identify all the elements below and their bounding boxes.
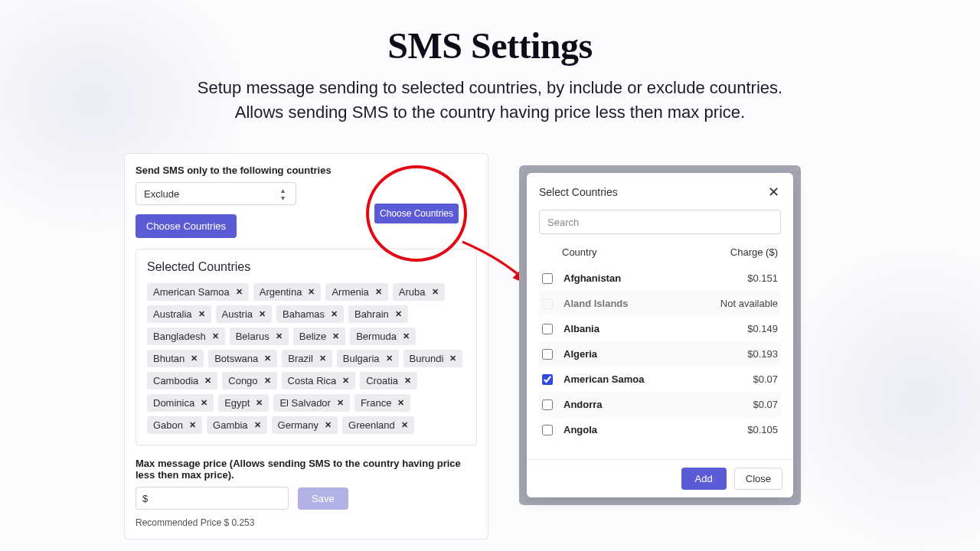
page-title: SMS Settings bbox=[0, 24, 980, 67]
remove-chip-icon[interactable]: ✕ bbox=[191, 354, 198, 364]
save-button[interactable]: Save bbox=[298, 487, 348, 510]
remove-chip-icon[interactable]: ✕ bbox=[386, 354, 393, 364]
country-row: Aland IslandsNot available bbox=[539, 291, 781, 316]
country-chip[interactable]: Bhutan✕ bbox=[147, 350, 204, 367]
country-chip[interactable]: Costa Rica✕ bbox=[282, 372, 356, 390]
country-checkbox[interactable] bbox=[542, 399, 553, 410]
country-charge: $0.193 bbox=[709, 348, 778, 360]
remove-chip-icon[interactable]: ✕ bbox=[264, 376, 271, 386]
remove-chip-icon[interactable]: ✕ bbox=[432, 287, 439, 297]
country-chip[interactable]: Australia✕ bbox=[147, 305, 211, 323]
remove-chip-icon[interactable]: ✕ bbox=[337, 398, 344, 408]
remove-chip-icon[interactable]: ✕ bbox=[201, 398, 207, 408]
chip-label: France bbox=[361, 397, 391, 409]
remove-chip-icon[interactable]: ✕ bbox=[449, 354, 456, 364]
remove-chip-icon[interactable]: ✕ bbox=[276, 331, 283, 341]
country-checkbox[interactable] bbox=[542, 425, 553, 435]
country-chip[interactable]: Gambia✕ bbox=[207, 416, 267, 434]
country-charge: $0.105 bbox=[709, 424, 778, 435]
country-row: Andorra$0.07 bbox=[539, 392, 781, 417]
remove-chip-icon[interactable]: ✕ bbox=[401, 420, 408, 430]
country-checkbox bbox=[542, 298, 553, 309]
country-chip[interactable]: Egypt✕ bbox=[218, 394, 269, 412]
chip-label: Aruba bbox=[399, 286, 426, 298]
country-chip[interactable]: Congo✕ bbox=[222, 372, 276, 390]
country-checkbox[interactable] bbox=[542, 324, 553, 334]
remove-chip-icon[interactable]: ✕ bbox=[212, 331, 219, 341]
modal-title: Select Countries bbox=[539, 186, 618, 198]
choose-countries-highlight-button[interactable]: Choose Countries bbox=[374, 204, 459, 223]
country-checkbox[interactable] bbox=[542, 349, 553, 360]
remove-chip-icon[interactable]: ✕ bbox=[375, 287, 382, 297]
remove-chip-icon[interactable]: ✕ bbox=[395, 309, 402, 319]
country-chip[interactable]: Brazil✕ bbox=[282, 350, 332, 367]
max-price-input[interactable] bbox=[136, 487, 289, 510]
country-chip[interactable]: Bulgaria✕ bbox=[337, 350, 399, 367]
select-countries-modal: Select Countries ✕ Country Charge ($) Af… bbox=[527, 173, 793, 497]
close-button[interactable]: Close bbox=[734, 468, 782, 490]
country-chip[interactable]: Bahrain✕ bbox=[348, 305, 408, 323]
country-chip[interactable]: France✕ bbox=[354, 394, 410, 412]
remove-chip-icon[interactable]: ✕ bbox=[254, 420, 261, 430]
country-chip[interactable]: Cambodia✕ bbox=[147, 372, 217, 390]
country-chip[interactable]: Bahamas✕ bbox=[276, 305, 344, 323]
country-chip[interactable]: El Salvador✕ bbox=[273, 394, 349, 412]
remove-chip-icon[interactable]: ✕ bbox=[404, 376, 411, 386]
country-checkbox[interactable] bbox=[542, 374, 553, 385]
country-name: Algeria bbox=[564, 348, 709, 360]
country-chip[interactable]: Germany✕ bbox=[272, 416, 338, 434]
chip-label: Gabon bbox=[153, 419, 183, 431]
remove-chip-icon[interactable]: ✕ bbox=[259, 309, 266, 319]
page-subtitle: Setup message sending to selected countr… bbox=[176, 76, 804, 125]
country-chip[interactable]: Belarus✕ bbox=[230, 328, 289, 345]
remove-chip-icon[interactable]: ✕ bbox=[204, 376, 211, 386]
remove-chip-icon[interactable]: ✕ bbox=[236, 287, 243, 297]
country-name: Andorra bbox=[564, 399, 709, 410]
remove-chip-icon[interactable]: ✕ bbox=[256, 398, 263, 408]
country-chip[interactable]: Botswana✕ bbox=[208, 350, 277, 367]
country-checkbox[interactable] bbox=[542, 273, 553, 284]
country-name: Angola bbox=[564, 424, 709, 435]
country-chip[interactable]: American Samoa✕ bbox=[147, 283, 249, 301]
country-chip[interactable]: Croatia✕ bbox=[360, 372, 417, 390]
modal-scroll-area[interactable]: Country Charge ($) Afghanistan$0.151Alan… bbox=[539, 210, 781, 450]
chip-label: Bhutan bbox=[153, 353, 185, 364]
country-row: Afghanistan$0.151 bbox=[539, 266, 781, 291]
country-chip[interactable]: Gabon✕ bbox=[147, 416, 202, 434]
country-chip[interactable]: Aruba✕ bbox=[393, 283, 445, 301]
country-chip[interactable]: Argentina✕ bbox=[253, 283, 322, 301]
remove-chip-icon[interactable]: ✕ bbox=[403, 331, 410, 341]
remove-chip-icon[interactable]: ✕ bbox=[325, 420, 332, 430]
chip-label: Burundi bbox=[410, 353, 444, 364]
remove-chip-icon[interactable]: ✕ bbox=[319, 354, 326, 364]
remove-chip-icon[interactable]: ✕ bbox=[397, 398, 404, 408]
remove-chip-icon[interactable]: ✕ bbox=[342, 376, 349, 386]
remove-chip-icon[interactable]: ✕ bbox=[308, 287, 315, 297]
remove-chip-icon[interactable]: ✕ bbox=[264, 354, 271, 364]
close-icon[interactable]: ✕ bbox=[766, 184, 781, 201]
country-chip[interactable]: Burundi✕ bbox=[403, 350, 463, 367]
country-chip[interactable]: Belize✕ bbox=[293, 328, 345, 345]
country-row: Angola$0.105 bbox=[539, 417, 781, 442]
remove-chip-icon[interactable]: ✕ bbox=[332, 331, 339, 341]
remove-chip-icon[interactable]: ✕ bbox=[189, 420, 196, 430]
remove-chip-icon[interactable]: ✕ bbox=[331, 309, 338, 319]
remove-chip-icon[interactable]: ✕ bbox=[198, 309, 205, 319]
country-chip[interactable]: Bangladesh✕ bbox=[147, 328, 225, 345]
chip-label: Botswana bbox=[214, 353, 258, 364]
country-chip[interactable]: Dominica✕ bbox=[147, 394, 214, 412]
country-charge: $0.149 bbox=[709, 323, 778, 334]
chip-label: Brazil bbox=[288, 353, 313, 364]
choose-countries-button[interactable]: Choose Countries bbox=[136, 214, 237, 238]
country-chip[interactable]: Austria✕ bbox=[216, 305, 272, 323]
add-button[interactable]: Add bbox=[681, 468, 727, 490]
country-row: Algeria$0.193 bbox=[539, 341, 781, 367]
search-input[interactable] bbox=[539, 210, 781, 234]
mode-select[interactable]: Exclude bbox=[136, 182, 296, 205]
chip-label: Cambodia bbox=[153, 375, 198, 386]
country-chip[interactable]: Armenia✕ bbox=[325, 283, 387, 301]
country-chip[interactable]: Bermuda✕ bbox=[350, 328, 416, 345]
country-chip[interactable]: Greenland✕ bbox=[342, 416, 414, 434]
column-header-charge: Charge ($) bbox=[717, 246, 778, 258]
chip-label: El Salvador bbox=[279, 397, 330, 409]
